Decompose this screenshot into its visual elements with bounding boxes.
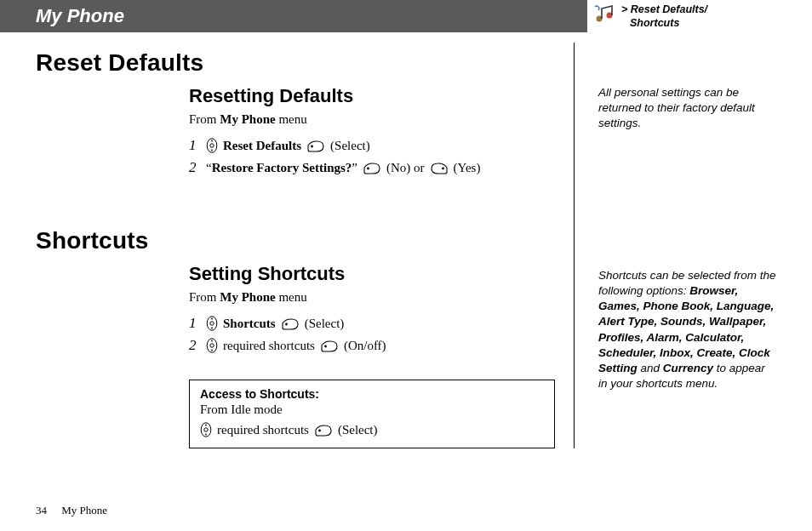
header-title: My Phone: [0, 0, 587, 32]
section-heading-shortcuts: Shortcuts: [36, 227, 557, 254]
nav-key-icon: [206, 138, 218, 153]
access-box: Access to Shortcuts: From Idle mode requ…: [189, 380, 555, 448]
subheading-setting-shortcuts: Setting Shortcuts: [189, 263, 557, 285]
page-footer: 34 My Phone: [36, 504, 107, 517]
access-row: required shortcuts (Select): [200, 422, 544, 437]
side-column: All personal settings can be returned to…: [574, 43, 786, 448]
breadcrumb-line2: Shortcuts: [630, 17, 679, 31]
nav-key-icon: [206, 316, 218, 331]
step-1-reset: 1 Reset Defaults (Select): [189, 137, 557, 154]
soft-key-left-icon: [314, 423, 333, 437]
breadcrumb-line1: Reset Defaults/: [631, 3, 707, 15]
step-1-shortcuts: 1 Shortcuts (Select): [189, 315, 557, 332]
soft-key-left-icon: [320, 339, 339, 353]
side-note-1: All personal settings can be returned to…: [598, 85, 769, 132]
access-from: From Idle mode: [200, 403, 544, 417]
step-2-shortcuts: 2 required shortcuts (On/off): [189, 337, 557, 354]
step-2-reset: 2 “Restore Factory Settings?” (No) or (Y…: [189, 159, 557, 176]
soft-key-left-icon: [281, 317, 300, 331]
from-line-2: From My Phone menu: [189, 290, 557, 305]
subheading-resetting-defaults: Resetting Defaults: [189, 85, 557, 107]
page-header: My Phone > Reset Defaults/ Shortcuts: [0, 0, 812, 32]
nav-key-icon: [200, 422, 212, 437]
side-note-2: Shortcuts can be selected from the follo…: [598, 268, 777, 392]
from-line-1: From My Phone menu: [189, 112, 557, 127]
soft-key-left-icon: [363, 161, 381, 175]
footer-label: My Phone: [61, 504, 107, 517]
nav-key-icon: [206, 338, 218, 353]
soft-key-right-icon: [430, 161, 449, 175]
music-notes-icon: [592, 3, 616, 24]
section-heading-reset-defaults: Reset Defaults: [36, 49, 557, 77]
soft-key-left-icon: [306, 139, 325, 153]
breadcrumb-prefix: >: [621, 3, 631, 15]
main-column: Reset Defaults Resetting Defaults From M…: [36, 43, 574, 448]
access-title: Access to Shortcuts:: [200, 387, 544, 401]
header-breadcrumb: > Reset Defaults/ Shortcuts: [587, 0, 812, 32]
page-number: 34: [36, 504, 47, 517]
